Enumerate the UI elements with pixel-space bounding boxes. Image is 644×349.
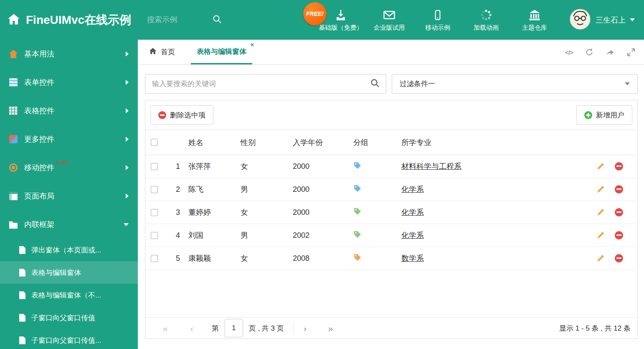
chevron-right-icon: [126, 194, 129, 199]
file-icon: [19, 246, 25, 254]
nav-item-enterprise-trial[interactable]: 企业版试用: [365, 8, 413, 32]
refresh-icon[interactable]: [585, 48, 594, 57]
expand-icon[interactable]: [626, 48, 636, 57]
header-search[interactable]: [147, 14, 222, 26]
edit-icon[interactable]: [596, 254, 605, 262]
app-title: FineUIMvc在线示例: [26, 12, 131, 28]
filter-dropdown[interactable]: 过滤条件一: [392, 74, 638, 94]
tab-active[interactable]: 表格与编辑窗体: [191, 40, 252, 64]
delete-button-label: 删除选中项: [170, 110, 205, 120]
cell-year: 2008: [293, 247, 353, 270]
sidebar-item-basic-usage[interactable]: 基本用法: [0, 40, 138, 68]
next-page-icon[interactable]: [304, 324, 307, 333]
sidebar-item-inline-frame[interactable]: 内联框架: [0, 210, 138, 239]
tab-home-label: 首页: [161, 47, 175, 57]
cell-name: 刘国: [188, 224, 241, 247]
edit-icon[interactable]: [596, 162, 605, 171]
row-checkbox[interactable]: [151, 255, 158, 262]
sidebar-item-form-controls[interactable]: 表单控件: [0, 68, 138, 97]
delete-icon[interactable]: [615, 185, 623, 194]
sidebar-subitem-label: 子窗口向父窗口传值: [31, 313, 95, 323]
page-number-input[interactable]: [225, 319, 243, 337]
major-link[interactable]: 化学系: [401, 230, 424, 240]
tag-icon: [353, 207, 361, 217]
sidebar-subitem[interactable]: 表格与编辑窗体（不...: [0, 284, 138, 306]
forward-icon[interactable]: [606, 48, 615, 57]
sidebar-item-mobile-controls[interactable]: 移动控件 Corp.: [0, 153, 138, 182]
row-checkbox[interactable]: [151, 209, 158, 216]
cell-gender: 男: [241, 178, 293, 201]
nav-item-loading-animation[interactable]: 加载动画: [462, 8, 510, 32]
header-group: 分组: [353, 130, 401, 155]
row-checkbox[interactable]: [151, 163, 158, 170]
keyword-search-input[interactable]: [145, 74, 386, 93]
sidebar-subitem[interactable]: 弹出窗体（本页面或...: [0, 239, 138, 261]
search-icon[interactable]: [370, 78, 380, 90]
tag-icon: [353, 161, 361, 171]
add-user-button[interactable]: 新增用户: [576, 105, 632, 125]
nav-item-theme-store[interactable]: 主题仓库: [510, 8, 559, 32]
header-row-number: [166, 130, 188, 155]
edit-icon[interactable]: [596, 185, 605, 194]
major-link[interactable]: 材料科学与工程系: [401, 161, 461, 171]
sidebar-subitem-label: 弹出窗体（本页面或...: [31, 245, 101, 255]
delete-icon[interactable]: [615, 162, 623, 171]
tag-icon: [353, 184, 361, 194]
tab-close-icon[interactable]: [251, 42, 254, 48]
select-all-checkbox[interactable]: [151, 139, 158, 146]
cell-name: 董婷婷: [188, 201, 241, 224]
first-page-icon[interactable]: [163, 324, 168, 333]
app-brand[interactable]: FineUIMvc在线示例: [8, 12, 131, 28]
edit-icon[interactable]: [596, 231, 605, 239]
row-checkbox[interactable]: [151, 232, 158, 239]
tag-icon: [353, 230, 361, 240]
last-page-icon[interactable]: [328, 324, 333, 333]
delete-icon[interactable]: [615, 231, 623, 239]
delete-selected-button[interactable]: 删除选中项: [150, 105, 213, 125]
edit-icon[interactable]: [596, 208, 605, 217]
nav-item-label: 基础版（免费）: [319, 24, 363, 32]
row-number: 5: [166, 247, 188, 270]
sidebar-subitem[interactable]: 子窗口向父窗口传值: [0, 306, 138, 329]
major-link[interactable]: 数学系: [401, 253, 424, 263]
widgets-icon: [9, 135, 18, 143]
cell-year: 2000: [293, 201, 353, 224]
sidebar-item-table-controls[interactable]: 表格控件: [0, 97, 138, 125]
tab-home[interactable]: 首页: [149, 40, 175, 64]
search-icon[interactable]: [212, 14, 222, 26]
tab-bar: 首页 表格与编辑窗体: [138, 40, 644, 65]
keyword-search-box[interactable]: [145, 74, 386, 94]
nav-item-basic-edition[interactable]: FREE! 基础版（免费）: [317, 8, 365, 32]
sidebar-item-more-controls[interactable]: 更多控件: [0, 125, 138, 153]
sidebar-subitem[interactable]: 表格与编辑窗体: [0, 261, 138, 284]
chevron-down-icon: [124, 223, 129, 226]
major-link[interactable]: 化学系: [401, 184, 424, 194]
prev-page-icon[interactable]: [190, 324, 193, 333]
table-row: 1 张萍萍 女 2000 材料科学与工程系: [145, 155, 637, 178]
cell-name: 张萍萍: [188, 155, 241, 178]
chevron-right-icon: [126, 51, 129, 56]
download-icon: [335, 8, 347, 21]
signal-icon: [9, 163, 18, 172]
major-link[interactable]: 化学系: [401, 207, 424, 217]
file-icon: [19, 336, 25, 344]
code-icon[interactable]: [565, 49, 573, 56]
sidebar-item-label: 基本用法: [24, 49, 54, 59]
delete-icon[interactable]: [615, 208, 623, 217]
filter-row: 过滤条件一: [145, 74, 638, 94]
table-row: 4 刘国 男 2002 化学系: [145, 224, 637, 247]
nav-item-mobile-demo[interactable]: 移动示例: [413, 8, 462, 32]
table-row: 2 陈飞 男 2000 化学系: [145, 178, 637, 201]
avatar: [570, 9, 591, 31]
header-search-input[interactable]: [147, 15, 210, 24]
cell-gender: 女: [241, 155, 293, 178]
row-checkbox[interactable]: [151, 186, 158, 193]
user-menu[interactable]: 三生石上: [570, 9, 635, 31]
delete-icon[interactable]: [615, 254, 623, 262]
home-icon: [9, 50, 18, 58]
pagination-bar: 第 页 , 共 3 页 显示 1 - 5 条 , 共 12 条: [145, 317, 637, 339]
nav-item-label: 主题仓库: [522, 24, 547, 32]
cell-group: [353, 247, 401, 270]
sidebar-item-page-layout[interactable]: 页面布局: [0, 182, 138, 210]
sidebar-subitem[interactable]: 子窗口向父窗口传值...: [0, 329, 138, 349]
